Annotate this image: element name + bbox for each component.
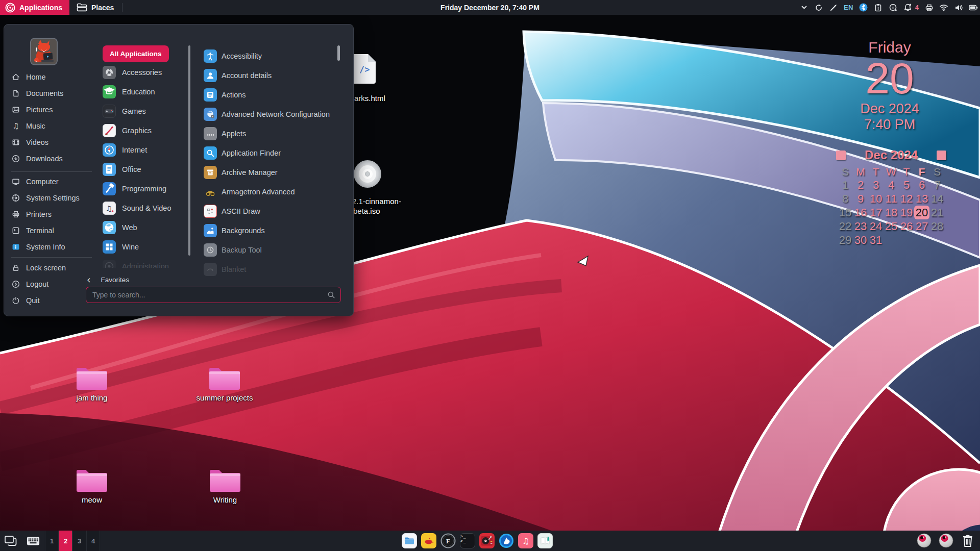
calendar-day: 16 <box>853 206 868 219</box>
desktop-folder-jam-thing[interactable]: jam thing <box>61 364 122 402</box>
category-label: Wine <box>122 243 139 251</box>
calendar-day: 25 <box>884 219 899 233</box>
file-manager-folder-icon[interactable] <box>402 533 417 548</box>
app-backgrounds[interactable]: Backgrounds <box>204 221 335 240</box>
calendar-day: 3 <box>868 178 884 192</box>
calendar-day: 31 <box>868 233 884 247</box>
desktop-folder-summer-projects[interactable]: summer projects <box>194 364 255 402</box>
category-sound-video[interactable]: ♫ Sound & Video <box>103 198 189 218</box>
sidebar-item-documents[interactable]: Documents <box>7 85 100 102</box>
document-icon <box>11 89 20 98</box>
music-note-pink-icon[interactable]: ♫ <box>518 533 533 548</box>
category-games[interactable]: Games <box>103 102 189 121</box>
f-typewriter-key-icon[interactable]: F <box>440 533 456 548</box>
bluetooth-icon[interactable] <box>859 3 868 12</box>
reload-icon[interactable] <box>814 3 823 12</box>
category-education[interactable]: Education <box>103 82 189 102</box>
info-circle-icon[interactable] <box>889 3 898 12</box>
iso-file-label-line1: 2.1-cinnamon- <box>352 197 401 206</box>
document-text-icon <box>103 163 116 176</box>
globe-gear-icon <box>204 108 217 121</box>
terminal-prompts-icon[interactable]: >_ >_ <box>460 533 475 548</box>
wifi-icon[interactable] <box>939 3 948 12</box>
sidebar-item-terminal[interactable]: Terminal <box>7 222 100 239</box>
app-armagetron-advanced[interactable]: Armagetron Advanced <box>204 182 335 202</box>
category-label: Sound & Video <box>122 204 171 212</box>
printer-icon[interactable] <box>924 3 934 12</box>
app-scrollbar[interactable] <box>337 45 340 61</box>
app-actions[interactable]: Actions <box>204 85 335 105</box>
sidebar-item-home[interactable]: Home <box>7 69 100 85</box>
applications-menu-button[interactable]: Applications <box>0 0 69 15</box>
ebook-reader-icon[interactable] <box>537 533 553 548</box>
app-blanket[interactable]: Blanket <box>204 260 335 277</box>
category-web[interactable]: Web <box>103 218 189 237</box>
category-office[interactable]: Office <box>103 160 189 179</box>
genie-lamp-icon[interactable] <box>421 533 436 548</box>
workspace-2-active[interactable]: 2 <box>59 531 72 551</box>
battery-icon[interactable] <box>969 3 978 12</box>
eyes-applet-right-eye[interactable] <box>939 533 953 548</box>
search-input[interactable] <box>86 291 327 299</box>
desktop-folder-writing[interactable]: Writing <box>194 466 256 504</box>
notification-count[interactable]: 4 <box>915 4 919 11</box>
app-advanced-network-configuration[interactable]: Advanced Network Configuration <box>204 105 335 124</box>
wolf-badge-icon[interactable] <box>499 533 514 548</box>
clipboard-icon[interactable] <box>874 3 883 12</box>
category-graphics[interactable]: Graphics <box>103 121 189 140</box>
chevron-left-icon[interactable]: ‹ <box>85 275 93 285</box>
user-avatar[interactable] <box>30 38 58 65</box>
sidebar-item-computer[interactable]: Computer <box>7 173 100 190</box>
places-menu-button[interactable]: Places <box>69 0 121 15</box>
app-account-details[interactable]: Account details <box>204 66 335 85</box>
windows-stack-icon[interactable] <box>4 534 17 547</box>
category-internet[interactable]: Internet <box>103 140 189 160</box>
speaker-icon[interactable] <box>954 3 963 12</box>
app-ascii-draw[interactable]: ASCII Draw <box>204 202 335 221</box>
desktop-folder-meow[interactable]: meow <box>61 466 122 504</box>
sidebar-item-printers[interactable]: Printers <box>7 206 100 222</box>
sidebar-item-system-settings[interactable]: System Settings <box>7 190 100 206</box>
desktop-file-iso[interactable] <box>353 160 382 188</box>
monitor-icon <box>11 177 20 186</box>
terminal-glyph: >_ >_ <box>460 534 475 543</box>
sidebar-item-videos[interactable]: Videos <box>7 134 100 151</box>
app-archive-manager[interactable]: Archive Manager <box>204 163 335 182</box>
chevron-down-icon[interactable] <box>799 3 808 12</box>
dj-turntable-icon[interactable] <box>479 533 495 548</box>
picture-icon <box>11 105 20 114</box>
favorites-row: ‹ Favorites <box>85 274 129 285</box>
workspace-3[interactable]: 3 <box>72 531 86 551</box>
calendar-day: 7 <box>929 178 945 192</box>
calendar-weekday: S <box>929 165 945 178</box>
category-accessories[interactable]: Accessories <box>103 63 189 82</box>
category-all-applications[interactable]: All Applications <box>103 45 169 62</box>
sidebar-item-downloads[interactable]: Downloads <box>7 151 100 167</box>
app-backup-tool[interactable]: Backup Tool <box>204 240 335 260</box>
category-administration[interactable]: Administration <box>103 257 189 268</box>
app-accessibility[interactable]: Accessibility <box>204 46 335 66</box>
app-applets[interactable]: Applets <box>204 124 335 143</box>
eyes-applet-left-eye[interactable] <box>917 533 932 548</box>
sidebar-item-music[interactable]: ♫ Music <box>7 118 100 134</box>
category-wine[interactable]: Wine <box>103 237 189 257</box>
category-label: Internet <box>122 146 147 154</box>
home-icon <box>11 72 20 82</box>
workspace-4[interactable]: 4 <box>86 531 100 551</box>
bell-icon[interactable] <box>903 3 913 12</box>
category-scrollbar[interactable] <box>188 45 190 256</box>
keyboard-layout-indicator[interactable]: EN <box>844 4 853 11</box>
workspace-number: 1 <box>50 537 54 545</box>
sidebar-item-pictures[interactable]: Pictures <box>7 102 100 118</box>
settings-dial-icon <box>11 193 20 203</box>
keyboard-icon[interactable] <box>27 534 40 547</box>
workspace-1[interactable]: 1 <box>45 531 59 551</box>
trash-icon[interactable] <box>962 534 974 548</box>
magnifier-icon <box>204 146 217 160</box>
calendar-day: 9 <box>853 192 868 206</box>
category-programming[interactable]: Programming <box>103 179 189 198</box>
app-application-finder[interactable]: Application Finder <box>204 143 335 163</box>
desktop-file-bookmarks-html[interactable]: /> <box>352 54 376 84</box>
color-picker-pen-icon[interactable] <box>829 3 838 12</box>
sidebar-item-system-info[interactable]: System Info <box>7 239 100 255</box>
